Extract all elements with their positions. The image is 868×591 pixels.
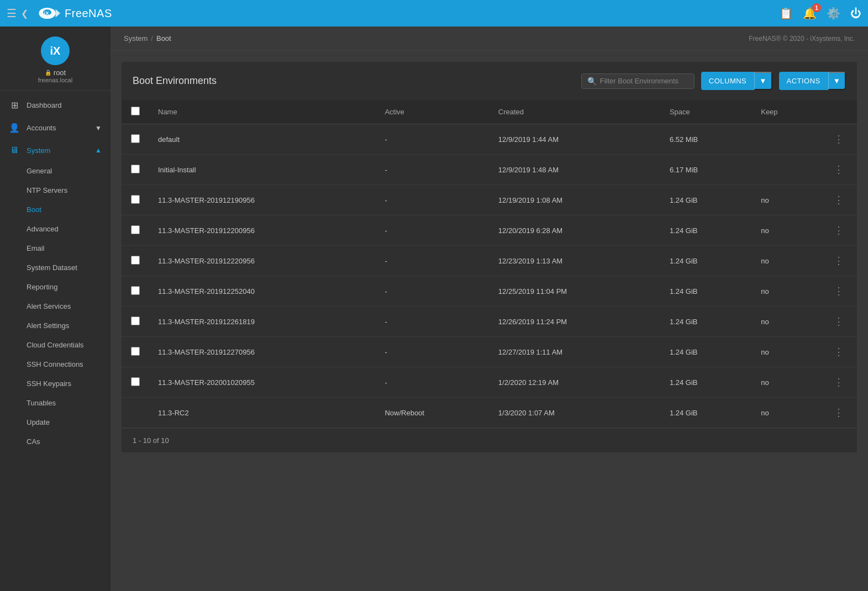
row-checkbox-8[interactable] xyxy=(131,377,140,386)
row-keep-1 xyxy=(752,155,820,185)
row-keep-5: no xyxy=(752,276,820,307)
row-actions-cell-2: ⋮ xyxy=(820,185,857,215)
sidebar-item-system[interactable]: 🖥 System ▲ xyxy=(0,139,111,161)
avatar-initials: iX xyxy=(50,45,61,57)
sidebar-item-ssh-connections[interactable]: SSH Connections xyxy=(0,355,111,374)
row-active-2: - xyxy=(376,185,489,215)
row-keep-8: no xyxy=(752,367,820,398)
sidebar-item-ssh-keypairs-label: SSH Keypairs xyxy=(27,379,71,388)
row-kebab-button-4[interactable]: ⋮ xyxy=(829,252,848,269)
brand-name: FreeNAS xyxy=(65,7,112,20)
row-kebab-button-6[interactable]: ⋮ xyxy=(829,313,848,330)
row-name-6: 11.3-MASTER-201912261819 xyxy=(149,307,376,337)
row-active-4: - xyxy=(376,246,489,276)
page-title: Boot Environments xyxy=(133,75,217,87)
row-kebab-button-9[interactable]: ⋮ xyxy=(829,404,848,421)
topnav-icons: 📋 🔔 1 ⚙️ ⏻ xyxy=(779,7,861,20)
row-actions-cell-0: ⋮ xyxy=(820,124,857,155)
sidebar-item-accounts-label: Accounts xyxy=(27,124,56,132)
row-kebab-button-5[interactable]: ⋮ xyxy=(829,283,848,299)
search-input[interactable] xyxy=(600,77,688,85)
sidebar-item-dashboard[interactable]: ⊞ Dashboard xyxy=(0,94,111,117)
hamburger-icon[interactable]: ☰ xyxy=(7,7,17,20)
actions-dropdown-button[interactable]: ▼ xyxy=(828,72,846,90)
sidebar-item-system-dataset[interactable]: System Dataset xyxy=(0,258,111,277)
sidebar-item-alert-settings[interactable]: Alert Settings xyxy=(0,316,111,335)
accounts-chevron-icon: ▼ xyxy=(95,124,102,132)
row-checkbox-4[interactable] xyxy=(131,256,140,265)
breadcrumb-system[interactable]: System xyxy=(124,34,148,43)
table-row: 11.3-MASTER-201912252040 - 12/25/2019 11… xyxy=(122,276,857,307)
select-all-checkbox[interactable] xyxy=(131,107,140,115)
sidebar-item-alert-services[interactable]: Alert Services xyxy=(0,297,111,316)
sidebar-item-update[interactable]: Update xyxy=(0,413,111,432)
notifications-icon[interactable]: 🔔 1 xyxy=(803,7,817,20)
sidebar-item-ntp-servers[interactable]: NTP Servers xyxy=(0,181,111,200)
table-body: default - 12/9/2019 1:44 AM 6.52 MiB ⋮ I… xyxy=(122,124,857,428)
row-checkbox-1[interactable] xyxy=(131,165,140,173)
row-created-9: 1/3/2020 1:07 AM xyxy=(490,398,661,428)
topnav: ☰ ❮ iX FreeNAS 📋 🔔 1 ⚙️ ⏻ xyxy=(0,0,868,27)
row-kebab-button-8[interactable]: ⋮ xyxy=(829,374,848,391)
row-checkbox-3[interactable] xyxy=(131,225,140,234)
row-kebab-button-0[interactable]: ⋮ xyxy=(829,131,848,147)
sidebar-item-alert-services-label: Alert Services xyxy=(27,302,71,310)
sidebar-collapse-icon[interactable]: ❮ xyxy=(21,8,28,19)
actions-button-group: ACTIONS ▼ xyxy=(779,72,846,90)
header-keep: Keep xyxy=(752,100,820,124)
row-kebab-button-1[interactable]: ⋮ xyxy=(829,161,848,178)
sidebar-item-general[interactable]: General xyxy=(0,161,111,181)
row-space-9: 1.24 GiB xyxy=(661,398,752,428)
row-created-8: 1/2/2020 12:19 AM xyxy=(490,367,661,398)
row-active-1: - xyxy=(376,155,489,185)
table-row: default - 12/9/2019 1:44 AM 6.52 MiB ⋮ xyxy=(122,124,857,155)
row-space-4: 1.24 GiB xyxy=(661,246,752,276)
pagination-text: 1 - 10 of 10 xyxy=(133,436,169,445)
row-created-1: 12/9/2019 1:48 AM xyxy=(490,155,661,185)
row-checkbox-7[interactable] xyxy=(131,347,140,356)
row-actions-cell-3: ⋮ xyxy=(820,215,857,246)
avatar: iX xyxy=(41,36,70,65)
actions-button[interactable]: ACTIONS xyxy=(779,72,828,90)
dashboard-icon: ⊞ xyxy=(9,100,20,110)
pagination-bar: 1 - 10 of 10 xyxy=(122,428,857,452)
search-box[interactable]: 🔍 xyxy=(581,73,695,89)
boot-environments-table: Name Active Created Space Keep default -… xyxy=(122,100,857,428)
sidebar-item-reporting[interactable]: Reporting xyxy=(0,277,111,297)
row-active-5: - xyxy=(376,276,489,307)
sidebar-item-ssh-keypairs[interactable]: SSH Keypairs xyxy=(0,374,111,393)
user-host: freenas.local xyxy=(38,77,72,83)
sidebar-item-tunables[interactable]: Tunables xyxy=(0,393,111,413)
row-kebab-button-2[interactable]: ⋮ xyxy=(829,192,848,208)
row-checkbox-cell-6 xyxy=(122,307,149,337)
card-actions: 🔍 COLUMNS ▼ ACTIONS ▼ xyxy=(581,72,846,90)
row-kebab-button-7[interactable]: ⋮ xyxy=(829,344,848,360)
sidebar-item-cas[interactable]: CAs xyxy=(0,432,111,451)
table-row: 11.3-MASTER-201912261819 - 12/26/2019 11… xyxy=(122,307,857,337)
table-row: 11.3-MASTER-201912220956 - 12/23/2019 1:… xyxy=(122,246,857,276)
svg-text:iX: iX xyxy=(44,10,50,16)
row-actions-cell-5: ⋮ xyxy=(820,276,857,307)
header-name: Name xyxy=(149,100,376,124)
notes-icon[interactable]: 📋 xyxy=(779,7,793,20)
row-actions-cell-1: ⋮ xyxy=(820,155,857,185)
sidebar-item-cloud-credentials[interactable]: Cloud Credentials xyxy=(0,335,111,355)
power-icon[interactable]: ⏻ xyxy=(850,7,861,20)
sidebar-item-accounts[interactable]: 👤 Accounts ▼ xyxy=(0,117,111,139)
row-kebab-button-3[interactable]: ⋮ xyxy=(829,222,848,239)
columns-dropdown-button[interactable]: ▼ xyxy=(754,72,772,90)
sidebar-item-advanced[interactable]: Advanced xyxy=(0,219,111,239)
row-checkbox-0[interactable] xyxy=(131,134,140,143)
row-checkbox-6[interactable] xyxy=(131,316,140,325)
sidebar-item-boot[interactable]: Boot xyxy=(0,200,111,219)
row-checkbox-5[interactable] xyxy=(131,286,140,295)
columns-button[interactable]: COLUMNS xyxy=(701,72,755,90)
sidebar-nav: ⊞ Dashboard 👤 Accounts ▼ 🖥 System ▲ Gene… xyxy=(0,91,111,451)
row-space-7: 1.24 GiB xyxy=(661,337,752,367)
row-actions-cell-9: ⋮ xyxy=(820,398,857,428)
sidebar-item-email[interactable]: Email xyxy=(0,239,111,258)
row-created-5: 12/25/2019 11:04 PM xyxy=(490,276,661,307)
settings-icon[interactable]: ⚙️ xyxy=(827,7,840,20)
row-checkbox-2[interactable] xyxy=(131,195,140,204)
sidebar-item-advanced-label: Advanced xyxy=(27,225,59,233)
